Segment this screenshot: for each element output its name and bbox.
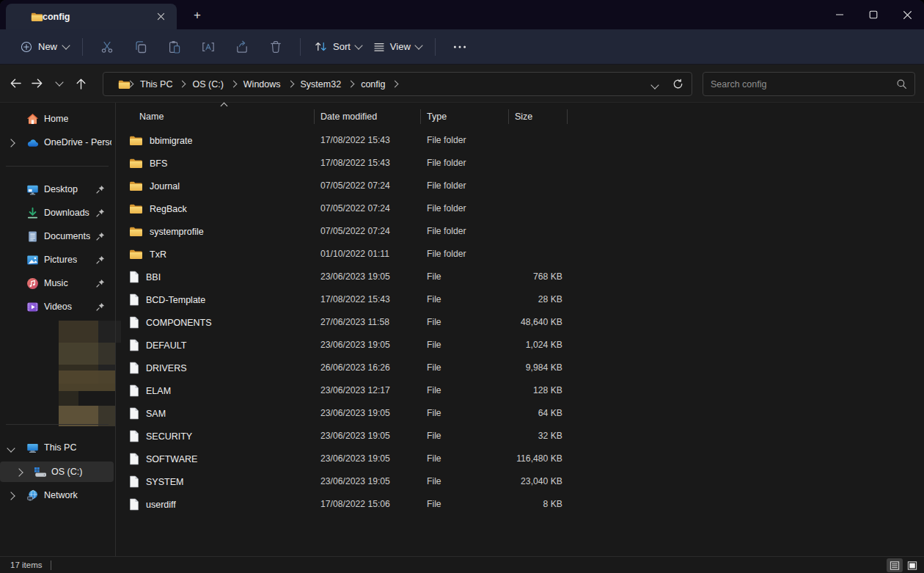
column-header-size[interactable]: Size — [515, 106, 532, 127]
file-row-bbimigrate[interactable]: bbimigrate 17/08/2022 15:43 File folder — [121, 129, 924, 152]
file-type: File — [427, 288, 441, 311]
file-type: File — [427, 334, 441, 357]
file-row-system[interactable]: SYSTEM 23/06/2023 19:05 File 23,040 KB — [121, 470, 924, 493]
file-row-txr[interactable]: TxR 01/10/2022 01:11 File folder — [121, 243, 924, 266]
pane-divider[interactable] — [115, 103, 116, 556]
file-row-bcd-template[interactable]: BCD-Template 17/08/2022 15:43 File 28 KB — [121, 288, 924, 311]
file-date: 07/05/2022 07:24 — [320, 197, 390, 220]
file-row-elam[interactable]: ELAM 23/06/2023 12:17 File 128 KB — [121, 379, 924, 402]
address-dropdown-button[interactable] — [652, 78, 658, 91]
minimize-button[interactable] — [823, 0, 857, 29]
file-size: 23,040 KB — [488, 470, 562, 493]
thumbnails-view-button[interactable] — [904, 558, 920, 572]
breadcrumb-windows[interactable]: Windows — [241, 76, 284, 92]
chevron-right-icon — [392, 81, 399, 88]
file-row-bfs[interactable]: BFS 17/08/2022 15:43 File folder — [121, 152, 924, 175]
column-divider[interactable] — [567, 109, 568, 124]
file-row-journal[interactable]: Journal 07/05/2022 07:24 File folder — [121, 175, 924, 197]
see-more-button[interactable] — [445, 34, 474, 59]
file-icon — [129, 384, 139, 397]
column-header-date[interactable]: Date modified — [320, 106, 377, 127]
file-type: File — [427, 470, 441, 493]
file-date: 23/06/2023 19:05 — [320, 334, 390, 357]
cut-button[interactable] — [92, 34, 122, 59]
column-header-type[interactable]: Type — [427, 106, 447, 127]
column-divider[interactable] — [420, 109, 421, 124]
copy-button[interactable] — [126, 34, 155, 59]
file-row-regback[interactable]: RegBack 07/05/2022 07:24 File folder — [121, 197, 924, 220]
close-button[interactable] — [890, 0, 924, 29]
breadcrumb-os-c[interactable]: OS (C:) — [189, 76, 226, 92]
sidebar-item-desktop[interactable]: Desktop — [0, 179, 114, 200]
paste-button[interactable] — [160, 34, 189, 59]
forward-button[interactable] — [26, 73, 48, 95]
file-row-components[interactable]: COMPONENTS 27/06/2023 11:58 File 48,640 … — [121, 311, 924, 334]
file-row-userdiff[interactable]: userdiff 17/08/2022 15:06 File 8 KB — [121, 493, 924, 516]
trash-icon — [269, 40, 282, 54]
chevron-down-icon — [55, 78, 63, 86]
file-row-sam[interactable]: SAM 23/06/2023 19:05 File 64 KB — [121, 402, 924, 425]
pictures-icon — [26, 254, 39, 266]
rename-button[interactable] — [194, 34, 223, 59]
column-divider[interactable] — [508, 109, 509, 124]
breadcrumb: This PC OS (C:) Windows System32 config — [123, 76, 652, 92]
sidebar-item-network[interactable]: Network — [0, 485, 114, 506]
sort-button[interactable]: Sort — [308, 37, 367, 56]
copy-icon — [134, 40, 147, 54]
folder-icon — [22, 12, 34, 22]
sidebar-item-pictures[interactable]: Pictures — [0, 249, 114, 270]
column-header-name[interactable]: Name — [139, 106, 164, 127]
up-button[interactable] — [70, 73, 92, 95]
recent-locations-button[interactable] — [48, 73, 70, 95]
new-tab-button[interactable]: + — [187, 6, 208, 25]
breadcrumb-config[interactable]: config — [358, 76, 388, 92]
view-button[interactable]: View — [367, 37, 428, 57]
sidebar-item-onedrive[interactable]: OneDrive - Persona — [0, 132, 114, 153]
tab-config[interactable]: config — [6, 4, 177, 29]
column-divider[interactable] — [314, 109, 315, 124]
address-bar[interactable]: This PC OS (C:) Windows System32 config — [103, 72, 692, 96]
file-type: File folder — [427, 152, 466, 175]
file-date: 07/05/2022 07:24 — [320, 175, 390, 197]
search-input[interactable] — [703, 79, 896, 90]
sidebar-item-videos[interactable]: Videos — [0, 296, 114, 317]
sidebar-item-label: This PC — [44, 442, 76, 453]
sidebar-item-music[interactable]: Music — [0, 273, 114, 293]
file-size: 116,480 KB — [488, 448, 562, 470]
file-row-software[interactable]: SOFTWARE 23/06/2023 19:05 File 116,480 K… — [121, 448, 924, 470]
file-date: 27/06/2023 11:58 — [320, 311, 389, 334]
file-type: File — [427, 448, 441, 470]
sidebar-item-home[interactable]: Home — [0, 109, 114, 129]
plus-circle-icon — [21, 41, 32, 53]
file-row-drivers[interactable]: DRIVERS 26/06/2023 16:26 File 9,984 KB — [121, 357, 924, 379]
file-row-default[interactable]: DEFAULT 23/06/2023 19:05 File 1,024 KB — [121, 334, 924, 357]
new-button[interactable]: New — [15, 37, 75, 57]
pin-icon — [96, 185, 105, 194]
file-row-systemprofile[interactable]: systemprofile 07/05/2022 07:24 File fold… — [121, 220, 924, 243]
tab-close-button[interactable] — [152, 8, 169, 26]
file-name: TxR — [150, 249, 166, 260]
breadcrumb-system32[interactable]: System32 — [298, 76, 345, 92]
sidebar-item-downloads[interactable]: Downloads — [0, 202, 114, 223]
file-name: bbimigrate — [150, 136, 192, 146]
sidebar-divider — [6, 424, 109, 425]
back-button[interactable] — [4, 73, 26, 95]
command-toolbar: New Sort View — [0, 29, 924, 65]
share-button[interactable] — [227, 34, 257, 59]
file-icon — [129, 316, 139, 329]
file-name: COMPONENTS — [146, 318, 212, 328]
details-view-button[interactable] — [887, 558, 903, 572]
file-row-bbi[interactable]: BBI 23/06/2023 19:05 File 768 KB — [121, 266, 924, 288]
file-row-security[interactable]: SECURITY 23/06/2023 19:05 File 32 KB — [121, 425, 924, 448]
sidebar-item-os-c[interactable]: OS (C:) — [0, 461, 114, 482]
delete-button[interactable] — [261, 34, 290, 59]
file-type: File folder — [427, 175, 466, 197]
breadcrumb-this-pc[interactable]: This PC — [137, 76, 175, 92]
sidebar-item-documents[interactable]: Documents — [0, 226, 114, 247]
folder-icon — [129, 203, 143, 214]
sidebar-item-this-pc[interactable]: This PC — [0, 437, 114, 458]
sidebar-item-label: Downloads — [44, 208, 89, 218]
titlebar: config + — [0, 0, 924, 29]
refresh-button[interactable] — [668, 75, 687, 94]
maximize-button[interactable] — [857, 0, 890, 29]
